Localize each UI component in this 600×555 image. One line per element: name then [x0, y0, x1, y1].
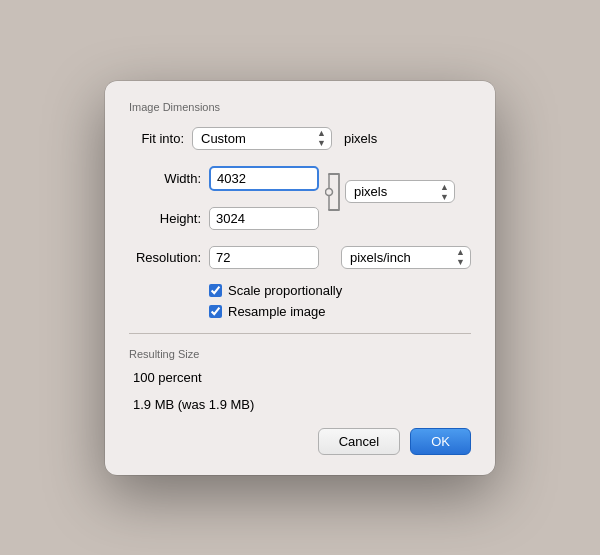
resolution-unit-select[interactable]: pixels/inch pixels/cm	[341, 246, 471, 269]
width-input[interactable]	[209, 166, 319, 191]
resulting-size-section: Resulting Size 100 percent 1.9 MB (was 1…	[129, 348, 471, 412]
divider	[129, 333, 471, 334]
label-input-col: Width: Height:	[129, 166, 319, 238]
resolution-unit-wrapper[interactable]: pixels/inch pixels/cm ▲ ▼	[341, 246, 471, 269]
lock-unit-group: pixels percent cm mm inches ▲ ▼	[325, 170, 455, 214]
resulting-size-title: Resulting Size	[129, 348, 471, 360]
width-label: Width:	[129, 171, 201, 186]
fit-into-row: Fit into: Custom Original Size 2 MP 4 MP…	[129, 127, 471, 150]
scale-proportionally-checkbox[interactable]	[209, 284, 222, 297]
fit-select[interactable]: Custom Original Size 2 MP 4 MP 8 MP 16 M…	[192, 127, 332, 150]
svg-point-0	[326, 188, 333, 195]
resample-image-row: Resample image	[209, 304, 471, 319]
fit-into-label: Fit into:	[129, 131, 184, 146]
lock-icon	[325, 170, 343, 214]
cancel-button[interactable]: Cancel	[318, 428, 400, 455]
height-input[interactable]	[209, 207, 319, 230]
unit-select-wrapper[interactable]: pixels percent cm mm inches ▲ ▼	[345, 180, 455, 203]
resample-image-checkbox[interactable]	[209, 305, 222, 318]
fields-section: Width: Height:	[129, 166, 471, 269]
scale-proportionally-row: Scale proportionally	[209, 283, 471, 298]
dialog-title: Image Dimensions	[129, 101, 471, 113]
height-label: Height:	[129, 211, 201, 226]
fit-pixels-label: pixels	[344, 131, 377, 146]
result-percent: 100 percent	[129, 370, 471, 385]
unit-select[interactable]: pixels percent cm mm inches	[345, 180, 455, 203]
result-size: 1.9 MB (was 1.9 MB)	[129, 397, 471, 412]
resolution-row: Resolution: pixels/inch pixels/cm ▲ ▼	[129, 246, 471, 269]
width-row: Width:	[129, 166, 319, 191]
height-row: Height:	[129, 207, 319, 230]
resolution-input[interactable]	[209, 246, 319, 269]
fit-select-wrapper[interactable]: Custom Original Size 2 MP 4 MP 8 MP 16 M…	[192, 127, 332, 150]
width-height-group: Width: Height:	[129, 166, 471, 238]
resolution-label: Resolution:	[129, 250, 201, 265]
image-dimensions-dialog: Image Dimensions Fit into: Custom Origin…	[105, 81, 495, 475]
scale-proportionally-label: Scale proportionally	[228, 283, 342, 298]
ok-button[interactable]: OK	[410, 428, 471, 455]
resample-image-label: Resample image	[228, 304, 326, 319]
button-row: Cancel OK	[129, 428, 471, 455]
